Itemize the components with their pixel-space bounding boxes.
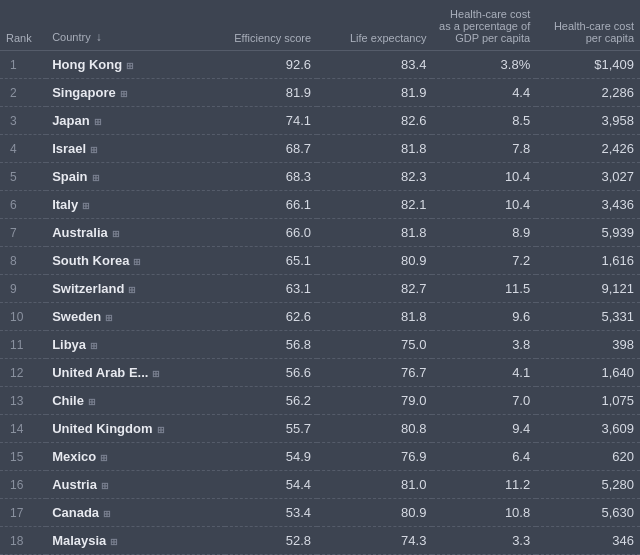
efficiency-cell: 55.7 — [225, 415, 317, 443]
expand-icon[interactable] — [103, 509, 111, 519]
expand-icon[interactable] — [133, 257, 141, 267]
expand-icon[interactable] — [100, 453, 108, 463]
hc-cost-cell: 1,640 — [536, 359, 640, 387]
expand-icon[interactable] — [101, 481, 109, 491]
expand-icon[interactable] — [120, 89, 128, 99]
life-cell: 76.7 — [317, 359, 432, 387]
efficiency-cell: 63.1 — [225, 275, 317, 303]
hc-cost-cell: 398 — [536, 331, 640, 359]
expand-icon[interactable] — [90, 341, 98, 351]
table-row: 2Singapore81.981.94.42,286 — [0, 79, 640, 107]
life-cell: 79.0 — [317, 387, 432, 415]
efficiency-cell: 68.3 — [225, 163, 317, 191]
rank-cell: 2 — [0, 79, 46, 107]
life-cell: 76.9 — [317, 443, 432, 471]
gdp-cell: 10.4 — [432, 191, 536, 219]
life-cell: 80.9 — [317, 499, 432, 527]
efficiency-cell: 66.0 — [225, 219, 317, 247]
efficiency-cell: 56.8 — [225, 331, 317, 359]
rank-cell: 6 — [0, 191, 46, 219]
life-cell: 81.9 — [317, 79, 432, 107]
country-cell: Mexico — [46, 443, 225, 471]
country-cell: Canada — [46, 499, 225, 527]
country-cell: Malaysia — [46, 527, 225, 555]
table-row: 5Spain68.382.310.43,027 — [0, 163, 640, 191]
expand-icon[interactable] — [128, 285, 136, 295]
life-cell: 81.0 — [317, 471, 432, 499]
table-row: 15Mexico54.976.96.4620 — [0, 443, 640, 471]
gdp-cell: 8.9 — [432, 219, 536, 247]
rank-cell: 7 — [0, 219, 46, 247]
table-row: 13Chile56.279.07.01,075 — [0, 387, 640, 415]
gdp-cell: 4.1 — [432, 359, 536, 387]
efficiency-cell: 92.6 — [225, 51, 317, 79]
expand-icon[interactable] — [105, 313, 113, 323]
table-row: 4Israel68.781.87.82,426 — [0, 135, 640, 163]
sort-icon[interactable]: ↓ — [96, 30, 102, 44]
rank-cell: 16 — [0, 471, 46, 499]
rank-cell: 12 — [0, 359, 46, 387]
hc-cost-header: Health-care cost per capita — [536, 0, 640, 51]
expand-icon[interactable] — [90, 145, 98, 155]
table-row: 16Austria54.481.011.25,280 — [0, 471, 640, 499]
life-cell: 75.0 — [317, 331, 432, 359]
life-cell: 82.1 — [317, 191, 432, 219]
gdp-cell: 11.5 — [432, 275, 536, 303]
gdp-cell: 8.5 — [432, 107, 536, 135]
efficiency-cell: 56.2 — [225, 387, 317, 415]
efficiency-cell: 54.4 — [225, 471, 317, 499]
rank-cell: 5 — [0, 163, 46, 191]
hc-cost-cell: 620 — [536, 443, 640, 471]
hc-cost-cell: 5,331 — [536, 303, 640, 331]
country-cell: United Kingdom — [46, 415, 225, 443]
hc-cost-cell: 3,027 — [536, 163, 640, 191]
expand-icon[interactable] — [94, 117, 102, 127]
hc-cost-cell: 1,075 — [536, 387, 640, 415]
efficiency-cell: 65.1 — [225, 247, 317, 275]
hc-cost-cell: 5,280 — [536, 471, 640, 499]
life-cell: 74.3 — [317, 527, 432, 555]
hc-cost-cell: 3,958 — [536, 107, 640, 135]
efficiency-cell: 68.7 — [225, 135, 317, 163]
table-row: 1Hong Kong92.683.43.8%$1,409 — [0, 51, 640, 79]
table-row: 7Australia66.081.88.95,939 — [0, 219, 640, 247]
expand-icon[interactable] — [88, 397, 96, 407]
expand-icon[interactable] — [152, 369, 160, 379]
expand-icon[interactable] — [82, 201, 90, 211]
hc-cost-cell: 2,286 — [536, 79, 640, 107]
table-row: 8South Korea65.180.97.21,616 — [0, 247, 640, 275]
efficiency-cell: 81.9 — [225, 79, 317, 107]
country-cell: Israel — [46, 135, 225, 163]
hc-cost-cell: $1,409 — [536, 51, 640, 79]
gdp-header: Health-care cost as a percentage of GDP … — [432, 0, 536, 51]
rank-cell: 3 — [0, 107, 46, 135]
efficiency-header: Efficiency score — [225, 0, 317, 51]
hc-cost-cell: 346 — [536, 527, 640, 555]
expand-icon[interactable] — [112, 229, 120, 239]
gdp-cell: 7.0 — [432, 387, 536, 415]
hc-cost-cell: 1,616 — [536, 247, 640, 275]
life-cell: 82.6 — [317, 107, 432, 135]
rank-cell: 15 — [0, 443, 46, 471]
gdp-cell: 4.4 — [432, 79, 536, 107]
country-cell: Australia — [46, 219, 225, 247]
expand-icon[interactable] — [126, 61, 134, 71]
country-cell: South Korea — [46, 247, 225, 275]
expand-icon[interactable] — [157, 425, 165, 435]
rank-cell: 10 — [0, 303, 46, 331]
rank-cell: 13 — [0, 387, 46, 415]
country-cell: Japan — [46, 107, 225, 135]
expand-icon[interactable] — [92, 173, 100, 183]
life-cell: 82.3 — [317, 163, 432, 191]
expand-icon[interactable] — [110, 537, 118, 547]
gdp-cell: 3.8 — [432, 331, 536, 359]
hc-cost-cell: 2,426 — [536, 135, 640, 163]
country-header: Country ↓ — [46, 0, 225, 51]
life-cell: 83.4 — [317, 51, 432, 79]
table-row: 9Switzerland63.182.711.59,121 — [0, 275, 640, 303]
efficiency-cell: 52.8 — [225, 527, 317, 555]
efficiency-cell: 74.1 — [225, 107, 317, 135]
life-cell: 81.8 — [317, 219, 432, 247]
country-cell: Switzerland — [46, 275, 225, 303]
hc-cost-cell: 5,630 — [536, 499, 640, 527]
